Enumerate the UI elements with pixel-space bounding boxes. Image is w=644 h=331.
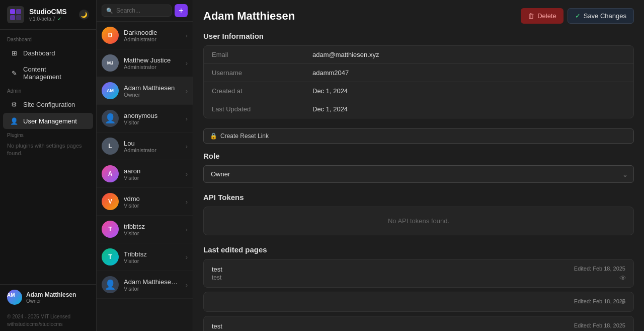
role-section-title: Role [203, 152, 634, 160]
brand-header: StudioCMS v.1.0-beta.7 ✓ 🌙 [0, 0, 96, 30]
info-row-last-updated: Last Updated Dec 1, 2024 [204, 100, 633, 118]
version-check-icon: ✓ [57, 16, 61, 22]
user-information-section: User Information Email adam@matthiesen.x… [203, 32, 634, 118]
email-label: Email [212, 51, 312, 58]
sidebar-item-user-management[interactable]: 👤 User Management [3, 113, 93, 129]
search-input[interactable] [116, 7, 167, 14]
last-updated-value: Dec 1, 2024 [312, 105, 348, 113]
chevron-right-icon: › [186, 115, 188, 122]
user-name: Tribbtsz [124, 250, 181, 258]
user-role: Administrator [124, 64, 181, 70]
created-at-label: Created at [212, 87, 312, 95]
edited-page-card: test Edited: Feb 18, 2025 test 👁 [203, 316, 634, 331]
delete-button[interactable]: 🗑 Delete [521, 8, 564, 24]
list-item[interactable]: AM Adam Matthiesen Owner › [97, 77, 193, 105]
plugins-empty-message: No plugins with settings pages found. [0, 140, 96, 160]
user-role: Visitor [124, 230, 181, 236]
plugins-section-label: Plugins [0, 129, 96, 140]
sidebar-user-role: Owner [26, 298, 76, 304]
chevron-right-icon: › [186, 253, 188, 261]
chevron-right-icon: › [186, 281, 188, 289]
sidebar-item-content-management[interactable]: ✎ Content Management [3, 61, 93, 85]
user-list-panel: 🔍 + D Darknoodle Administrator › MJ Matt… [97, 0, 193, 331]
add-user-button[interactable]: + [175, 4, 188, 17]
user-name: Adam Matthiesen [124, 84, 181, 92]
user-information-title: User Information [203, 32, 634, 40]
user-role: Visitor [124, 175, 181, 181]
avatar: 👤 [102, 276, 119, 293]
created-at-value: Dec 1, 2024 [312, 87, 348, 95]
chevron-right-icon: › [186, 226, 188, 233]
list-item[interactable]: L Lou Administrator › [97, 133, 193, 160]
list-item[interactable]: D Darknoodle Administrator › [97, 22, 193, 49]
avatar: D [102, 27, 119, 44]
chevron-right-icon: › [186, 59, 188, 67]
user-name: Darknoodle [124, 29, 181, 36]
page-edit-date: Edited: Feb 18, 2025 [574, 266, 625, 272]
brand-logo [7, 6, 24, 23]
avatar: 👤 [102, 110, 119, 127]
sidebar-item-label-dashboard: Dashboard [23, 49, 55, 57]
eye-icon[interactable]: 👁 [619, 298, 626, 306]
sidebar-item-label-content: Content Management [23, 65, 86, 81]
brand-title: StudioCMS [29, 8, 67, 16]
sidebar-item-site-config[interactable]: ⚙ Site Configuration [3, 96, 93, 112]
sidebar-nav: Dashboard ⊞ Dashboard ✎ Content Manageme… [0, 30, 96, 284]
check-icon: ✓ [575, 12, 581, 20]
gear-icon: ⚙ [10, 100, 18, 108]
theme-toggle-button[interactable]: 🌙 [79, 10, 89, 20]
content-mgmt-icon: ✎ [10, 69, 18, 77]
api-tokens-section: API Tokens No API tokens found. [203, 193, 634, 235]
info-row-username: Username adamm2047 [204, 64, 633, 82]
sidebar: StudioCMS v.1.0-beta.7 ✓ 🌙 Dashboard ⊞ D… [0, 0, 97, 331]
search-input-wrap[interactable]: 🔍 [102, 5, 172, 17]
chevron-right-icon: › [186, 87, 188, 95]
user-name: aaron [124, 167, 181, 175]
list-item[interactable]: 👤 anonymous Visitor › [97, 105, 193, 133]
user-role: Visitor [124, 258, 181, 264]
page-edit-date: Edited: Feb 18, 2025 [574, 298, 625, 304]
edited-page-card: test Edited: Feb 18, 2025 test 👁 [203, 259, 634, 288]
list-item[interactable]: MJ Matthew Justice Administrator › [97, 49, 193, 77]
chevron-right-icon: › [186, 170, 188, 178]
list-item[interactable]: A aaron Visitor › [97, 160, 193, 188]
admin-section-label: Admin [0, 85, 96, 96]
edited-pages-list: test Edited: Feb 18, 2025 test 👁 Edited:… [203, 259, 634, 331]
chevron-right-icon: › [186, 198, 188, 206]
eye-icon[interactable]: 👁 [619, 274, 626, 282]
header-actions: 🗑 Delete ✓ Save Changes [521, 8, 634, 24]
avatar: A [102, 165, 119, 182]
list-item[interactable]: T Tribbtsz Visitor › [97, 243, 193, 271]
trash-icon: 🗑 [528, 12, 534, 20]
sidebar-item-dashboard[interactable]: ⊞ Dashboard [3, 45, 93, 61]
api-tokens-empty: No API tokens found. [203, 207, 634, 235]
role-select-wrap: Owner Administrator Editor Visitor ⌄ [203, 165, 634, 183]
user-name: anonymous [124, 112, 181, 119]
list-item[interactable]: T tribbtsz Visitor › [97, 216, 193, 243]
username-value: adamm2047 [312, 69, 349, 77]
svg-rect-0 [7, 6, 24, 23]
user-role: Administrator [124, 147, 181, 153]
create-reset-link-button[interactable]: 🔒 Create Reset Link [203, 128, 634, 144]
sidebar-user-avatar: AM [7, 290, 22, 305]
last-edited-pages-section: Last edited pages test Edited: Feb 18, 2… [203, 245, 634, 331]
username-label: Username [212, 69, 312, 77]
avatar: T [102, 248, 119, 266]
page-title: Adam Matthiesen [203, 10, 295, 23]
user-icon: 👤 [10, 117, 18, 125]
user-name: Lou [124, 140, 181, 147]
role-select[interactable]: Owner Administrator Editor Visitor [203, 165, 634, 183]
chevron-right-icon: › [186, 32, 188, 39]
sidebar-user: AM Adam Matthiesen Owner [7, 290, 89, 305]
user-list: D Darknoodle Administrator › MJ Matthew … [97, 22, 193, 331]
save-changes-button[interactable]: ✓ Save Changes [568, 8, 634, 24]
main-header: Adam Matthiesen 🗑 Delete ✓ Save Changes [203, 8, 634, 24]
dashboard-section-label: Dashboard [0, 34, 96, 44]
user-information-card: Email adam@matthiesen.xyz Username adamm… [203, 45, 634, 118]
sidebar-item-label-site-config: Site Configuration [23, 101, 75, 108]
svg-rect-2 [16, 9, 21, 14]
lock-icon: 🔒 [210, 133, 217, 140]
sidebar-user-name: Adam Matthiesen [26, 291, 76, 298]
list-item[interactable]: V vdmo Visitor › [97, 188, 193, 216]
list-item[interactable]: 👤 Adam MatthiesenTwo Visitor › [97, 271, 193, 299]
